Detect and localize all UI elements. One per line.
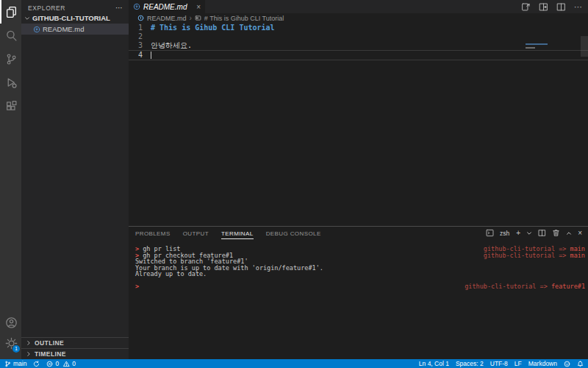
sidebar-section-timeline[interactable]: TIMELINE <box>21 348 129 359</box>
branch-name: main <box>13 360 26 367</box>
breadcrumb[interactable]: README.md › # This is Gihub CLI Tutorial <box>129 13 588 23</box>
panel-tab-problems[interactable]: PROBLEMS <box>135 228 171 239</box>
folder-label: GITHUB-CLI-TUTORIAL <box>32 14 110 22</box>
close-tab-icon[interactable]: × <box>196 3 201 11</box>
status-right-items: Ln 4, Col 1Spaces: 2UTF-8LFMarkdown <box>419 360 557 367</box>
status-left: main 0 0 <box>4 360 76 367</box>
activity-item-run-debug[interactable] <box>0 71 21 94</box>
explorer-icon <box>5 6 18 18</box>
sidebar-empty-space <box>21 35 129 337</box>
status-right: Ln 4, Col 1Spaces: 2UTF-8LFMarkdown <box>419 360 584 367</box>
close-panel-icon[interactable]: × <box>578 230 582 237</box>
panel-tab-output[interactable]: OUTPUT <box>183 228 209 239</box>
terminal-content[interactable]: > gh pr listgithub-cli-tutorial => main>… <box>129 241 588 290</box>
breadcrumb-symbol[interactable]: # This is Gihub CLI Tutorial <box>204 15 284 22</box>
kill-terminal-icon[interactable] <box>552 229 560 237</box>
terminal-dropdown-icon[interactable] <box>526 230 532 236</box>
status-item-language-mode[interactable]: Markdown <box>528 360 557 367</box>
terminal-right-prompt: github-cli-tutorial => main <box>484 252 585 259</box>
status-item-eol[interactable]: LF <box>514 360 522 367</box>
split-editor-icon[interactable] <box>556 2 566 12</box>
maximize-panel-icon[interactable] <box>566 230 572 236</box>
problems-status-item[interactable]: 0 0 <box>46 360 75 367</box>
minimap-text-line <box>526 47 535 49</box>
notifications-bell-icon[interactable] <box>577 361 584 367</box>
open-preview-icon[interactable] <box>521 2 531 12</box>
code-line-3[interactable]: 3안녕하세요. <box>129 41 588 50</box>
editor-scrollbar[interactable] <box>581 36 588 57</box>
more-actions-icon[interactable]: ⋯ <box>115 5 123 11</box>
status-item-indentation[interactable]: Spaces: 2 <box>456 360 484 367</box>
file-row-readme[interactable]: README.md <box>21 24 129 35</box>
more-actions-icon[interactable]: ⋯ <box>574 2 582 12</box>
line-number: 4 <box>129 51 143 60</box>
errors-icon <box>46 361 53 367</box>
line-number: 1 <box>129 24 143 32</box>
source-control-icon <box>5 53 18 66</box>
terminal-line-left: > <box>135 283 143 290</box>
activity-item-search[interactable] <box>0 24 21 47</box>
editor-actions: ⋯ <box>521 0 582 13</box>
minimap[interactable] <box>526 43 578 49</box>
activity-item-source-control[interactable] <box>0 47 21 71</box>
sync-status-item[interactable] <box>33 361 40 367</box>
bottom-panel: PROBLEMSOUTPUTTERMINALDEBUG CONSOLE zsh … <box>129 226 588 359</box>
breadcrumb-separator: › <box>190 14 192 22</box>
sidebar-title: EXPLORER <box>28 4 65 12</box>
markdown-file-icon <box>137 15 144 21</box>
terminal-shell-icon[interactable] <box>486 229 494 237</box>
activity-item-explorer[interactable] <box>0 0 21 24</box>
terminal-shell-label[interactable]: zsh <box>500 230 509 237</box>
vscode-window: 1 EXPLORER ⋯ GITHUB-CLI-TUTORIAL README.… <box>0 0 588 368</box>
panel-tab-debug-console[interactable]: DEBUG CONSOLE <box>266 228 321 239</box>
terminal-output: Already up to date. <box>135 270 207 277</box>
explorer-sidebar: EXPLORER ⋯ GITHUB-CLI-TUTORIAL README.md… <box>21 0 129 359</box>
markdown-file-icon <box>133 3 140 10</box>
right-prompt-arrow: => <box>555 252 570 259</box>
right-prompt-branch: feature#1 <box>551 283 585 290</box>
symbol-heading-icon <box>195 15 201 21</box>
right-prompt-arrow: => <box>536 283 551 290</box>
status-item-cursor-position[interactable]: Ln 4, Col 1 <box>419 360 449 367</box>
folder-row-github-cli-tutorial[interactable]: GITHUB-CLI-TUTORIAL <box>21 13 129 24</box>
extensions-icon <box>5 100 18 113</box>
errors-count: 0 <box>55 360 59 367</box>
minimap-heading-line <box>526 43 548 45</box>
terminal-line-left: Already up to date. <box>135 271 207 277</box>
tab-label: README.md <box>143 3 187 11</box>
code-line-1[interactable]: 1# This is Gihub CLI Tutorial <box>129 24 588 32</box>
chevron-down-icon <box>24 15 30 21</box>
search-icon <box>5 29 18 42</box>
breadcrumb-file[interactable]: README.md <box>147 15 187 22</box>
open-changes-icon[interactable] <box>539 2 548 12</box>
sidebar-section-outline[interactable]: OUTLINE <box>21 337 129 348</box>
status-item-encoding[interactable]: UTF-8 <box>490 360 508 367</box>
new-terminal-icon[interactable]: + <box>516 230 520 237</box>
branch-status-item[interactable]: main <box>4 360 26 367</box>
activity-bar: 1 <box>0 0 21 359</box>
code-line-2[interactable]: 2 <box>129 32 588 41</box>
editor-group: README.md × ⋯ README.md › <box>129 0 588 359</box>
accounts-icon <box>5 316 18 329</box>
accounts-button[interactable] <box>0 312 21 333</box>
tab-readme[interactable]: README.md × <box>129 0 205 13</box>
file-label: README.md <box>43 25 84 33</box>
panel-tab-terminal[interactable]: TERMINAL <box>221 228 254 239</box>
right-prompt-repo: github-cli-tutorial <box>465 283 536 290</box>
line-number: 3 <box>129 41 143 50</box>
text-cursor <box>151 52 151 59</box>
sidebar-header: EXPLORER ⋯ <box>21 0 129 13</box>
feedback-icon[interactable] <box>564 361 570 367</box>
warnings-count: 0 <box>72 360 76 367</box>
settings-badge: 1 <box>12 345 20 353</box>
terminal-line: Already up to date. <box>135 271 585 277</box>
right-prompt-branch: main <box>570 252 585 259</box>
markdown-file-icon <box>33 26 40 33</box>
code-text: 안녕하세요. <box>143 41 192 50</box>
code-line-4[interactable]: 4 <box>129 50 588 60</box>
code-text: # This is Gihub CLI Tutorial <box>143 24 275 32</box>
split-terminal-icon[interactable] <box>538 229 546 237</box>
activity-item-extensions[interactable] <box>0 94 21 118</box>
code-editor[interactable]: 1# This is Gihub CLI Tutorial23안녕하세요.4 <box>129 23 588 60</box>
settings-button[interactable]: 1 <box>0 333 21 353</box>
